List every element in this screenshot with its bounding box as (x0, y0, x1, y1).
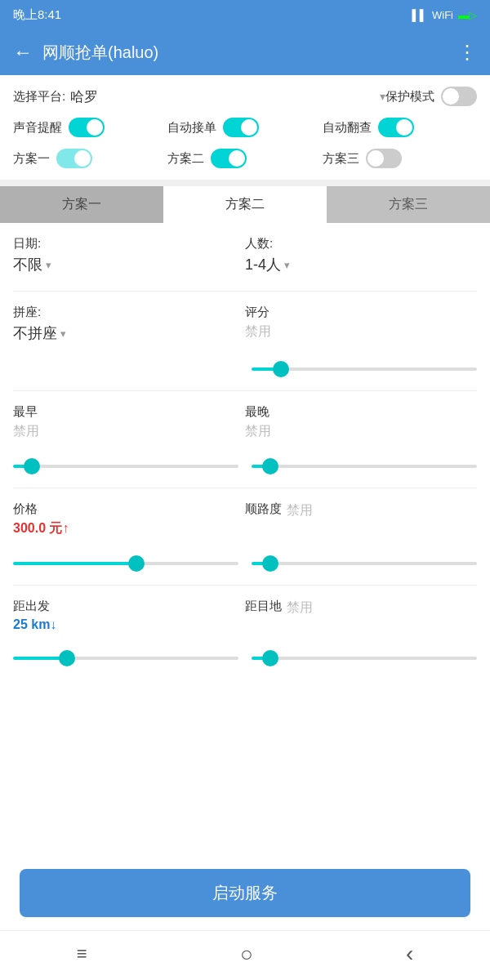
people-value: 1-4人 (245, 255, 281, 274)
dist-to-disabled: 禁用 (287, 599, 313, 617)
detour-field: 顺路度 禁用 (245, 501, 477, 520)
people-label: 人数: (245, 236, 477, 252)
divider2 (13, 390, 477, 391)
rating-slider-container (13, 359, 477, 374)
wifi-icon: WiFi (432, 9, 453, 21)
divider4 (13, 585, 477, 586)
divider3 (13, 488, 477, 488)
earliest-slider[interactable] (13, 465, 238, 468)
seat-rating-row: 拼座: 不拼座 ▾ 评分 禁用 (13, 305, 477, 343)
plan3-toggle-group: 方案三 (323, 149, 477, 168)
rating-slider[interactable] (252, 368, 477, 371)
status-bar: 晚上8:41 ▌▌ WiFi ▬▷ (0, 0, 490, 29)
toggles-row1: 声音提醒 自动接单 自动翻查 (13, 118, 477, 137)
earliest-field: 最早 禁用 (13, 404, 245, 440)
seat-label: 拼座: (13, 305, 245, 320)
audio-toggle[interactable] (69, 118, 105, 137)
menu-button[interactable]: ⋮ (457, 41, 477, 64)
app-header: ← 网顺抢单(haluo) ⋮ (0, 29, 490, 75)
plan1-toggle[interactable] (56, 149, 92, 168)
audio-label: 声音提醒 (13, 120, 62, 136)
detour-disabled: 禁用 (287, 502, 313, 519)
platform-label: 选择平台: (13, 89, 70, 105)
tab-plan2[interactable]: 方案二 (163, 186, 327, 223)
auto-check-label: 自动翻查 (323, 120, 372, 136)
rating-field: 评分 禁用 (245, 305, 477, 341)
plan2-toggle[interactable] (211, 149, 247, 168)
status-time: 晚上8:41 (13, 7, 61, 23)
time-sliders-row (13, 457, 477, 471)
price-slider[interactable] (13, 562, 238, 565)
bottom-nav: ≡ ○ ‹ (0, 930, 490, 980)
detour-label: 顺路度 (245, 501, 282, 517)
dist-from-field: 距出发 25 km↓ (13, 599, 245, 632)
date-arrow: ▾ (46, 259, 51, 271)
dist-row: 距出发 25 km↓ 距目地 禁用 (13, 599, 477, 632)
seat-field: 拼座: 不拼座 ▾ (13, 305, 245, 343)
detour-slider[interactable] (252, 562, 477, 565)
price-detour-row: 价格 300.0 元↑ 顺路度 禁用 (13, 501, 477, 537)
dist-from-value: 25 km↓ (13, 617, 56, 631)
earliest-label: 最早 (13, 404, 245, 420)
tab-plan1[interactable]: 方案一 (0, 186, 163, 223)
protect-toggle[interactable] (441, 87, 477, 106)
time-row: 最早 禁用 最晚 禁用 (13, 404, 477, 440)
back-button[interactable]: ← (13, 41, 33, 64)
divider1 (13, 291, 477, 292)
earliest-disabled: 禁用 (13, 424, 39, 438)
dist-sliders-row (13, 648, 477, 663)
price-field: 价格 300.0 元↑ (13, 501, 245, 537)
settings-panel: 选择平台: 哈罗 ▾ 保护模式 声音提醒 自动接单 自动翻查 (0, 75, 490, 180)
date-field: 日期: 不限 ▾ (13, 236, 245, 274)
price-value: 300.0 元↑ (13, 521, 69, 535)
date-selector[interactable]: 不限 ▾ (13, 255, 245, 274)
dist-to-field: 距目地 禁用 (245, 599, 477, 617)
latest-slider[interactable] (252, 465, 477, 468)
price-sliders-row (13, 554, 477, 568)
tab-plan3[interactable]: 方案三 (327, 186, 490, 223)
plan-tabs: 方案一 方案二 方案三 (0, 186, 490, 223)
price-label: 价格 (13, 501, 245, 517)
date-value: 不限 (13, 255, 42, 274)
status-icons: ▌▌ WiFi ▬▷ (412, 9, 477, 21)
plan1-toggle-group: 方案一 (13, 149, 167, 168)
battery-icon: ▬▷ (458, 9, 477, 21)
auto-accept-toggle-group: 自动接单 (167, 118, 322, 137)
latest-field: 最晚 禁用 (245, 404, 477, 440)
audio-toggle-group: 声音提醒 (13, 118, 167, 137)
date-people-row: 日期: 不限 ▾ 人数: 1-4人 ▾ (13, 236, 477, 274)
rating-selector: 禁用 (245, 323, 477, 341)
latest-disabled: 禁用 (245, 424, 271, 438)
people-selector[interactable]: 1-4人 ▾ (245, 255, 477, 274)
auto-accept-toggle[interactable] (223, 118, 259, 137)
signal-icon: ▌▌ (412, 9, 427, 21)
seat-arrow: ▾ (60, 327, 66, 340)
plan2-toggle-group: 方案二 (167, 149, 322, 168)
latest-label: 最晚 (245, 404, 477, 420)
people-arrow: ▾ (284, 259, 290, 271)
plan3-label: 方案三 (323, 151, 359, 167)
plan-toggles-row: 方案一 方案二 方案三 (13, 149, 477, 168)
dist-to-slider[interactable] (252, 657, 477, 660)
plan1-label: 方案一 (13, 151, 50, 167)
auto-check-toggle-group: 自动翻查 (323, 118, 477, 137)
nav-home-icon[interactable]: ○ (240, 942, 253, 967)
seat-selector[interactable]: 不拼座 ▾ (13, 323, 245, 343)
plan3-toggle[interactable] (366, 149, 402, 168)
nav-back-icon[interactable]: ‹ (406, 941, 413, 967)
auto-check-toggle[interactable] (378, 118, 414, 137)
platform-value: 哈罗 (70, 87, 376, 106)
protect-label: 保护模式 (385, 89, 434, 105)
platform-row: 选择平台: 哈罗 ▾ 保护模式 (13, 87, 477, 106)
main-content: 日期: 不限 ▾ 人数: 1-4人 ▾ 拼座: 不拼座 ▾ 评分 (0, 223, 490, 856)
nav-menu-icon[interactable]: ≡ (77, 943, 87, 964)
dist-from-label: 距出发 (13, 599, 245, 614)
people-field: 人数: 1-4人 ▾ (245, 236, 477, 274)
platform-selector[interactable]: 哈罗 ▾ (70, 87, 385, 106)
rating-label: 评分 (245, 305, 477, 320)
content-spacer (13, 679, 477, 745)
start-service-button[interactable]: 启动服务 (20, 869, 470, 917)
start-button-area: 启动服务 (0, 856, 490, 930)
dist-from-slider[interactable] (13, 657, 238, 660)
plan2-label: 方案二 (167, 151, 204, 167)
